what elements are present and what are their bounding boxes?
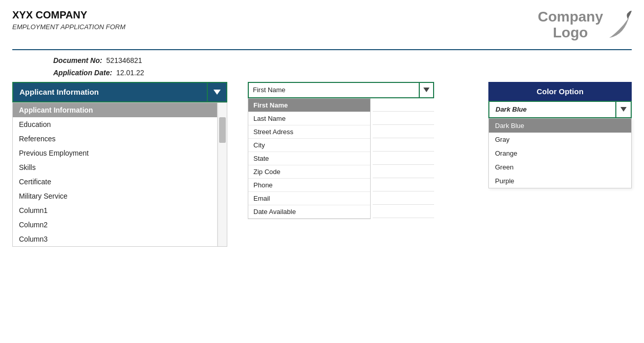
- section-list-item[interactable]: Applicant Information: [13, 103, 217, 117]
- field-list-item[interactable]: Date Available: [248, 205, 370, 219]
- right-panel: Color Option Dark Blue Dark BlueGrayOran…: [488, 82, 632, 188]
- field-list-item[interactable]: Last Name: [248, 112, 370, 125]
- chevron-down-icon: [213, 90, 221, 95]
- section-scrollbar-thumb: [219, 117, 226, 143]
- color-dropdown-button[interactable]: [615, 102, 631, 117]
- color-list: Dark BlueGrayOrangeGreenPurple: [488, 118, 632, 188]
- section-list-item[interactable]: Military Service: [13, 189, 217, 203]
- section-list-item[interactable]: Column3: [13, 232, 217, 246]
- field-row-line: [373, 112, 434, 125]
- field-dropdown-label: First Name: [249, 83, 419, 97]
- color-dropdown-label: Dark Blue: [489, 102, 615, 117]
- color-list-item[interactable]: Purple: [489, 174, 631, 188]
- field-row-line: [373, 138, 434, 152]
- field-list-item[interactable]: Phone: [248, 179, 370, 192]
- field-list-item[interactable]: First Name: [248, 99, 370, 112]
- doc-info: Document No: 521346821 Application Date:…: [53, 56, 632, 77]
- main-content: Applicant Information Applicant Informat…: [12, 82, 632, 247]
- section-scrollbar[interactable]: [218, 103, 227, 246]
- left-panel: Applicant Information Applicant Informat…: [12, 82, 227, 247]
- doc-no-row: Document No: 521346821: [53, 56, 632, 65]
- middle-panel: First Name First NameLast NameStreet Adr…: [248, 82, 434, 219]
- field-row-line: [373, 125, 434, 138]
- chevron-down-icon: [423, 88, 430, 92]
- field-dropdown-button[interactable]: [419, 83, 433, 97]
- color-list-item[interactable]: Green: [489, 160, 631, 174]
- color-dropdown[interactable]: Dark Blue: [488, 101, 632, 118]
- section-dropdown[interactable]: Applicant Information: [12, 82, 227, 102]
- color-list-item[interactable]: Gray: [489, 133, 631, 146]
- field-row-line: [373, 191, 434, 205]
- app-date-label: Application Date:: [53, 69, 112, 77]
- field-row-line: [373, 165, 434, 178]
- field-row-line: [373, 178, 434, 191]
- form-title: EMPLOYMENT APPLICATION FORM: [12, 23, 125, 31]
- section-list: Applicant InformationEducationReferences…: [13, 103, 218, 246]
- header-divider: [12, 49, 632, 50]
- section-list-container: Applicant InformationEducationReferences…: [12, 102, 227, 247]
- svg-marker-0: [213, 90, 221, 95]
- section-list-item[interactable]: References: [13, 132, 217, 146]
- app-date-value: 12.01.22: [116, 69, 144, 77]
- field-rows-area: [373, 98, 434, 219]
- color-list-item[interactable]: Orange: [489, 146, 631, 160]
- section-list-item[interactable]: Skills: [13, 160, 217, 175]
- svg-marker-2: [620, 107, 627, 112]
- field-list-item[interactable]: Zip Code: [248, 165, 370, 179]
- header: XYX COMPANY EMPLOYMENT APPLICATION FORM …: [12, 9, 632, 46]
- color-option-header: Color Option: [488, 82, 632, 101]
- field-list-item[interactable]: Email: [248, 192, 370, 205]
- doc-no-label: Document No:: [53, 56, 102, 65]
- field-list-item[interactable]: City: [248, 139, 370, 152]
- section-list-item[interactable]: Previous Employment: [13, 146, 217, 160]
- logo-area: CompanyLogo: [538, 9, 632, 41]
- field-row-line: [373, 152, 434, 165]
- doc-no-value: 521346821: [106, 56, 142, 65]
- company-name: XYX COMPANY: [12, 9, 125, 21]
- header-left: XYX COMPANY EMPLOYMENT APPLICATION FORM: [12, 9, 125, 31]
- field-list-area: First NameLast NameStreet AdressCityStat…: [248, 98, 434, 219]
- field-row-line: [373, 98, 434, 112]
- section-list-item[interactable]: Education: [13, 117, 217, 132]
- section-dropdown-button[interactable]: [207, 83, 226, 101]
- section-list-item[interactable]: Column1: [13, 203, 217, 218]
- field-dropdown[interactable]: First Name: [248, 82, 434, 98]
- svg-marker-1: [423, 88, 430, 92]
- field-row-line: [373, 205, 434, 218]
- page: XYX COMPANY EMPLOYMENT APPLICATION FORM …: [0, 0, 644, 343]
- field-list: First NameLast NameStreet AdressCityStat…: [248, 98, 371, 219]
- logo-swoosh-icon: [604, 10, 632, 40]
- section-list-item[interactable]: Column2: [13, 218, 217, 232]
- chevron-down-icon: [620, 107, 627, 112]
- field-list-item[interactable]: Street Adress: [248, 125, 370, 139]
- section-list-item[interactable]: Certificate: [13, 175, 217, 189]
- app-date-row: Application Date: 12.01.22: [53, 69, 632, 77]
- field-list-item[interactable]: State: [248, 152, 370, 165]
- section-dropdown-label: Applicant Information: [13, 83, 207, 101]
- color-list-item[interactable]: Dark Blue: [489, 119, 631, 133]
- logo-text: CompanyLogo: [538, 9, 603, 41]
